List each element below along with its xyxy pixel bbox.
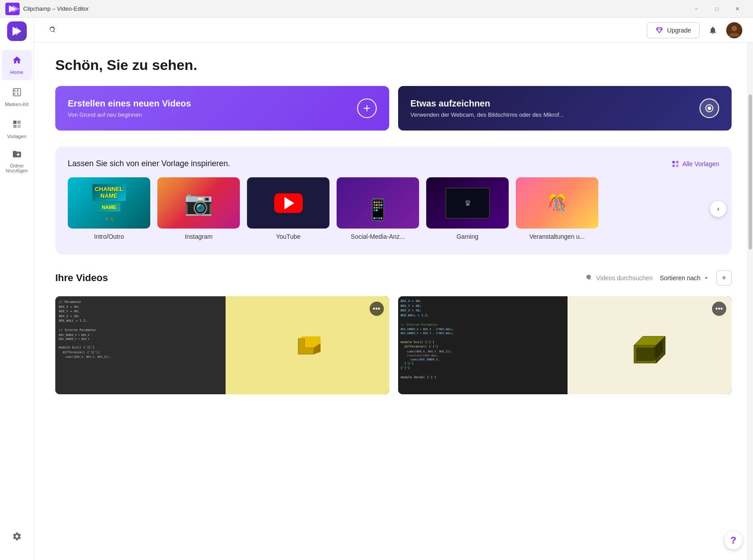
template-label-social: Social-Media-Anz... xyxy=(337,233,419,240)
video-thumb-2: BOX_X = 40; BOX_Y = 40; BOX_Z = 36; BOX_… xyxy=(398,296,732,394)
window-controls: − □ ✕ xyxy=(686,0,748,18)
main-content: Schön, Sie zu sehen. Erstellen eines neu… xyxy=(34,43,753,560)
record-card[interactable]: Etwas aufzeichnen Verwenden der Webcam, … xyxy=(398,86,732,131)
svg-rect-16 xyxy=(673,164,675,167)
templates-label: Vorlagen xyxy=(7,134,26,139)
sidebar-item-templates[interactable]: Vorlagen xyxy=(2,114,32,144)
home-label: Home xyxy=(10,69,23,75)
add-folder-label: Ordner hinzufügen xyxy=(2,164,32,173)
template-item-intro-outro[interactable]: CHANNEL NAME NAME 🌴🌴 xyxy=(68,177,150,240)
svg-rect-15 xyxy=(676,161,679,163)
record-title: Etwas aufzeichnen xyxy=(411,98,564,109)
new-video-card[interactable]: Erstellen eines neuen Videos Von Grund a… xyxy=(55,86,389,131)
new-video-icon xyxy=(357,98,377,118)
svg-rect-8 xyxy=(13,125,16,128)
svg-point-13 xyxy=(708,106,711,110)
chevron-down-icon xyxy=(703,275,709,281)
sidebar-item-settings[interactable] xyxy=(2,523,32,553)
3d-shape-1 xyxy=(289,327,325,363)
sort-button[interactable]: Sortieren nach xyxy=(660,274,709,282)
header: Upgrade xyxy=(34,18,753,43)
video-menu-button-1[interactable]: ••• xyxy=(370,302,384,316)
svg-marker-24 xyxy=(636,347,654,361)
video-card-1[interactable]: // Parameter BOX_X = 40; BOX_Y = 40; BOX… xyxy=(55,296,389,394)
template-item-gaming[interactable]: 🖥️ Gaming xyxy=(426,177,509,240)
templates-header: Lassen Sie sich von einer Vorlage inspir… xyxy=(68,159,719,168)
record-circle-icon xyxy=(704,103,715,114)
maximize-button[interactable]: □ xyxy=(707,0,727,18)
new-video-subtitle: Von Grund auf neu beginnen xyxy=(68,111,191,118)
templates-icon xyxy=(12,119,22,132)
templates-grid: CHANNEL NAME NAME 🌴🌴 xyxy=(68,177,719,240)
videos-search-icon xyxy=(585,274,593,282)
monitor-display: 🖥️ xyxy=(465,200,470,205)
add-video-button[interactable]: + xyxy=(716,270,732,286)
add-folder-icon xyxy=(12,149,22,162)
channel-name-line2: NAME xyxy=(95,192,123,199)
3d-box-shape xyxy=(627,323,672,368)
sidebar-item-home[interactable]: Home xyxy=(2,50,32,80)
videos-search-label: Videos durchsuchen xyxy=(596,274,653,282)
template-item-youtube[interactable]: YouTube xyxy=(247,177,329,240)
video-thumb-content-1: // Parameter BOX_X = 40; BOX_Y = 40; BOX… xyxy=(55,296,389,394)
video1-3d xyxy=(226,296,389,394)
svg-rect-6 xyxy=(13,121,16,124)
app-icon xyxy=(5,3,20,15)
video-thumb-content-2: BOX_X = 40; BOX_Y = 40; BOX_Z = 36; BOX_… xyxy=(398,296,732,394)
titlebar: Clipchamp – Video-Editor − □ ✕ xyxy=(0,0,753,18)
window-title: Clipchamp – Video-Editor xyxy=(23,5,683,12)
template-label-intro: Intro/Outro xyxy=(68,233,150,240)
template-item-instagram[interactable]: 📷 Instagram xyxy=(157,177,240,240)
notification-button[interactable] xyxy=(705,22,721,38)
search-button[interactable] xyxy=(45,22,61,38)
channel-name-sub: NAME xyxy=(98,203,120,212)
minimize-button[interactable]: − xyxy=(686,0,707,18)
video-menu-button-2[interactable]: ••• xyxy=(712,302,726,316)
sidebar-item-brand-kit[interactable]: Marken-Kit xyxy=(2,82,32,112)
help-button[interactable]: ? xyxy=(724,531,742,549)
record-icon xyxy=(700,98,719,118)
templates-next-button[interactable]: › xyxy=(710,201,726,217)
video2-code-lines: BOX_X = 40; BOX_Y = 40; BOX_Z = 36; BOX_… xyxy=(401,299,565,380)
scrollbar-track[interactable] xyxy=(747,43,753,560)
brand-kit-icon xyxy=(12,87,22,100)
video2-3d xyxy=(568,296,732,394)
upgrade-button[interactable]: Upgrade xyxy=(647,22,700,38)
avatar[interactable] xyxy=(726,22,742,38)
svg-rect-17 xyxy=(676,164,679,167)
template-item-social-media[interactable]: 📱 Social-Media-Anz... xyxy=(337,177,419,240)
youtube-play-button xyxy=(274,193,303,213)
scrollbar-thumb[interactable] xyxy=(749,94,752,249)
svg-rect-9 xyxy=(17,125,20,128)
settings-icon xyxy=(12,531,22,544)
template-label-instagram: Instagram xyxy=(157,233,240,240)
sidebar-item-add-folder[interactable]: Ordner hinzufügen xyxy=(2,146,32,176)
template-item-events[interactable]: 🎊 Veranstaltungen u... xyxy=(516,177,598,240)
search-icon xyxy=(49,26,57,34)
video2-code: BOX_X = 40; BOX_Y = 40; BOX_Z = 36; BOX_… xyxy=(398,296,568,394)
templates-section: Lassen Sie sich von einer Vorlage inspir… xyxy=(55,147,732,254)
videos-grid: // Parameter BOX_X = 40; BOX_Y = 40; BOX… xyxy=(55,296,732,394)
videos-search-button[interactable]: Videos durchsuchen xyxy=(585,274,653,282)
all-templates-label: Alle Vorlagen xyxy=(682,160,719,168)
plus-icon xyxy=(362,103,372,114)
gaming-monitor: 🖥️ xyxy=(445,188,490,219)
videos-section-title: Ihre Videos xyxy=(55,272,108,284)
video-card-2[interactable]: BOX_X = 40; BOX_Y = 40; BOX_Z = 36; BOX_… xyxy=(398,296,732,394)
svg-marker-4 xyxy=(16,27,21,36)
videos-section: Ihre Videos Videos durchsuchen Sortieren… xyxy=(55,270,732,394)
svg-rect-7 xyxy=(17,121,20,124)
main-area: Upgrade Schön, Sie zu se xyxy=(34,18,753,560)
close-button[interactable]: ✕ xyxy=(727,0,748,18)
new-video-title: Erstellen eines neuen Videos xyxy=(68,98,191,109)
brand-kit-label: Marken-Kit xyxy=(5,102,29,107)
template-label-gaming: Gaming xyxy=(426,233,509,240)
channel-name-line1: CHANNEL xyxy=(95,186,123,192)
template-thumb-instagram: 📷 xyxy=(157,177,240,229)
palm-icons: 🌴🌴 xyxy=(104,217,114,221)
all-templates-button[interactable]: Alle Vorlagen xyxy=(671,160,719,168)
upgrade-label: Upgrade xyxy=(667,27,691,34)
sidebar-logo xyxy=(7,21,27,41)
intro-thumb-content: CHANNEL NAME NAME 🌴🌴 xyxy=(92,184,126,222)
svg-point-11 xyxy=(732,26,737,31)
